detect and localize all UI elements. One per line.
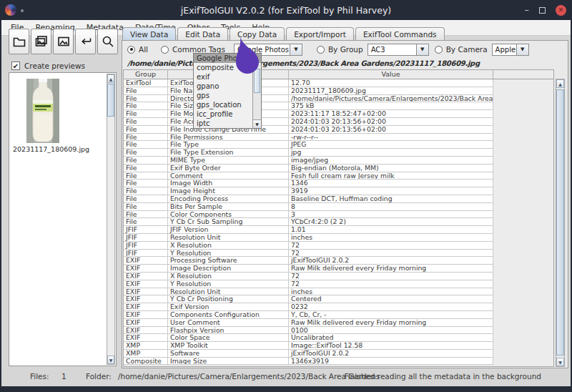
minimize-button[interactable]: – (525, 6, 530, 14)
files-count: 1 (61, 372, 66, 381)
cell-group: JFIF (124, 226, 168, 233)
tab[interactable]: Edit Data (177, 27, 228, 41)
table-row[interactable]: EXIF Y Cb Cr Positioning Centered (124, 295, 493, 303)
table-row[interactable]: File File Permissions -rw-r--r-- (124, 134, 493, 142)
chevron-down-icon[interactable]: ▼ (516, 44, 528, 55)
cell-group: File (124, 203, 168, 210)
tab[interactable]: View Data (122, 27, 176, 41)
load-metadata-button[interactable] (75, 29, 96, 54)
table-row[interactable]: File Exif Byte Order Big-endian (Motorol… (124, 165, 493, 172)
open-image-button[interactable] (53, 29, 74, 54)
table-row[interactable]: EXIF Components Configuration Y, Cb, Cr,… (124, 311, 493, 319)
scroll-up-icon[interactable]: ▲ (556, 79, 564, 88)
table-row[interactable]: File File Size 375 kB (124, 102, 493, 110)
table-row[interactable]: File File Name 20231117_180609.jpg (124, 87, 493, 95)
table-row[interactable]: XMP Software jExifToolGUI 2.0.2 (124, 350, 493, 358)
table-row[interactable]: File Color Components 3 (124, 211, 493, 219)
column-header-group[interactable]: Group (124, 70, 168, 79)
scroll-down-icon[interactable]: ▼ (107, 356, 114, 364)
table-row[interactable]: EXIF Y Resolution 72 (124, 280, 493, 288)
table-row[interactable]: File Comment Fesh full cream raw Jersey … (124, 172, 493, 180)
table-row[interactable]: JFIF JFIF Version 1.01 (124, 226, 493, 234)
dropdown-item[interactable]: iptc (194, 119, 261, 128)
title-dot-icon (21, 9, 24, 12)
radio-by-camera[interactable] (435, 46, 443, 54)
create-previews-checkbox[interactable]: ✔ (11, 62, 20, 70)
thumbnail-milk-bottle[interactable] (26, 79, 59, 143)
table-row[interactable]: File Y Cb Cr Sub Sampling YCbCr4:2:0 (2 … (124, 218, 493, 226)
maximize-button[interactable] (539, 7, 546, 14)
cell-value: Baseline DCT, Huffman coding (289, 195, 493, 202)
chevron-down-icon[interactable]: ▼ (416, 44, 428, 55)
cell-tag: XMP Toolkit (168, 342, 289, 349)
table-row[interactable]: File File Access Date/Time 2024:01:03 20… (124, 118, 493, 126)
table-row[interactable]: EXIF X Resolution 72 (124, 273, 493, 280)
cell-group: JFIF (124, 250, 168, 257)
table-row[interactable]: JFIF X Resolution 72 (124, 242, 493, 250)
table-row[interactable]: File Bits Per Sample 8 (124, 203, 493, 211)
scrollbar-thumb[interactable] (107, 84, 114, 117)
table-row[interactable]: File File Inode Change Date/Time 2024:01… (124, 126, 493, 134)
cell-tag: Y Cb Cr Positioning (168, 295, 289, 303)
scrollbar-thumb[interactable] (556, 89, 564, 356)
table-row[interactable]: EXIF Processing Software jExifToolGUI 2.… (124, 257, 493, 265)
radio-all[interactable] (127, 46, 135, 54)
radio-common-tags[interactable] (161, 46, 169, 54)
table-row[interactable]: EXIF Resolution Unit inches (124, 288, 493, 296)
table-row[interactable]: File Image Height 3919 (124, 187, 493, 195)
radio-all-label: All (139, 45, 148, 54)
table-row[interactable]: File File Type Extension jpg (124, 149, 493, 157)
cell-value: 3919 (289, 187, 493, 195)
scroll-up-icon[interactable]: ▲ (107, 74, 114, 83)
dropdown-item[interactable]: icc_profile (194, 109, 261, 119)
dropdown-item[interactable]: gps (194, 91, 261, 100)
column-header-value[interactable]: Value (289, 70, 493, 79)
table-row[interactable]: EXIF Image Description Raw Milk delivere… (124, 265, 493, 273)
by-group-combo[interactable]: AC3 ▼ (368, 44, 429, 56)
dropdown-item[interactable]: gpano (194, 82, 261, 91)
table-row[interactable]: EXIF Flashpix Version 0100 (124, 327, 493, 335)
by-camera-combo[interactable]: Apple ▼ (492, 44, 529, 56)
table-row[interactable]: XMP XMP Toolkit Image::ExifTool 12.58 (124, 342, 493, 350)
table-row[interactable]: File File Type JPEG (124, 141, 493, 149)
table-scrollbar[interactable]: ▲ ▼ (556, 79, 565, 367)
table-row[interactable]: File Encoding Process Baseline DCT, Huff… (124, 195, 493, 203)
scroll-down-icon[interactable]: ▼ (253, 119, 261, 128)
table-row[interactable]: File MIME Type image/jpeg (124, 157, 493, 165)
title-bar[interactable]: jExifToolGUI V2.0.2 (for ExifTool by Phi… (0, 0, 572, 20)
tab[interactable]: ExifTool Commands (355, 27, 445, 41)
filter-row: All Common Tags Google Photos ▼ By Group… (127, 43, 529, 56)
search-button[interactable] (97, 29, 118, 54)
cell-group: JFIF (124, 234, 168, 241)
table-row[interactable]: EXIF Exif Version 0232 (124, 303, 493, 311)
cell-value: Centered (289, 295, 493, 303)
dropdown-item[interactable]: gps_location (194, 100, 261, 109)
cell-value: 2024:01:03 20:13:56+02:00 (289, 126, 493, 133)
cell-value: 12.70 (289, 79, 493, 87)
close-button[interactable]: ✕ (556, 5, 566, 16)
table-row[interactable]: File File Modification Date/Time 2023:11… (124, 110, 493, 118)
cell-tag: Comment (168, 172, 289, 180)
scroll-down-icon[interactable]: ▼ (556, 358, 564, 366)
thumbnail-list[interactable]: 20231117_180609.jpg ▲ ▼ (9, 72, 117, 366)
cell-tag: JFIF Version (168, 226, 289, 233)
table-row[interactable]: ExifTool ExifTool Version 12.70 (124, 79, 493, 87)
open-folder-button[interactable] (9, 29, 29, 54)
chevron-down-icon[interactable]: ▼ (290, 44, 302, 55)
table-row[interactable]: EXIF Color Space Uncalibrated (124, 334, 493, 342)
table-row[interactable]: EXIF User Comment Raw Milk delivered eve… (124, 319, 493, 327)
thumbnail-list-scrollbar[interactable]: ▲ ▼ (107, 74, 115, 365)
table-row[interactable]: JFIF Resolution Unit inches (124, 234, 493, 242)
table-row[interactable]: File Directory /home/danie/Pictures/Came… (124, 95, 493, 103)
tab[interactable]: Export/Import (286, 27, 354, 41)
table-row[interactable]: Composite Image Size 1346x3919 (124, 358, 493, 366)
column-header-filler (493, 70, 553, 79)
table-row[interactable]: File Image Width 1346 (124, 180, 493, 187)
thumbnail-filename[interactable]: 20231117_180609.jpg (13, 145, 89, 153)
cell-tag: Flashpix Version (168, 327, 289, 334)
cell-group: ExifTool (124, 79, 168, 87)
table-row[interactable]: JFIF Y Resolution 72 (124, 250, 493, 258)
cell-value: 1346 (289, 180, 493, 187)
radio-by-group[interactable] (317, 46, 325, 54)
open-images-button[interactable] (31, 29, 51, 54)
